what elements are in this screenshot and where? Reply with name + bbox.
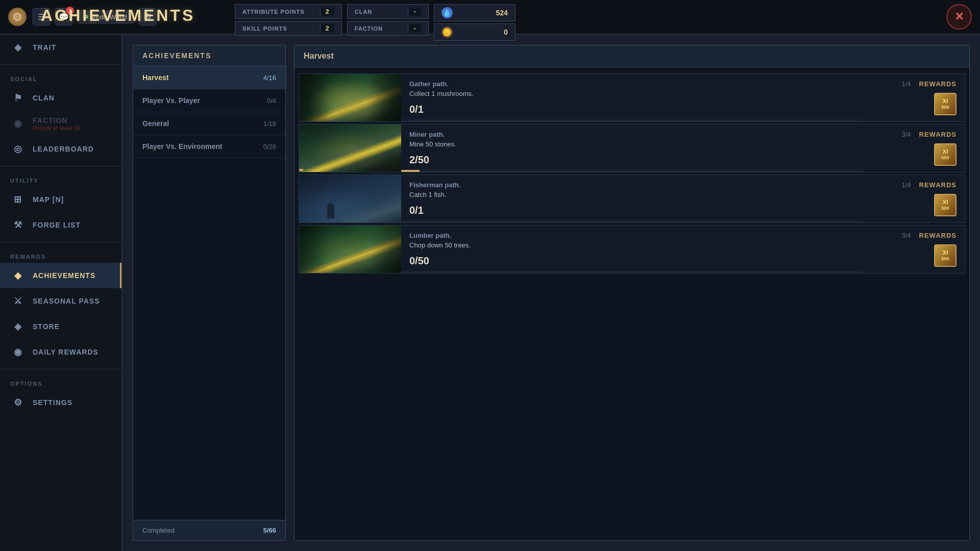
faction-icon: ◉ xyxy=(10,116,26,131)
harvest-count: 4/16 xyxy=(263,74,276,82)
fisherman-progress-bar xyxy=(401,220,863,222)
gather-top-right: 1/4 REWARDS xyxy=(871,80,957,88)
sidebar-item-clan[interactable]: ⚑ CLAN xyxy=(0,85,121,111)
general-label: General xyxy=(142,119,169,128)
sidebar-item-forge-list[interactable]: ⚒ FORGE LIST xyxy=(0,212,121,238)
detail-list: Gather path. Collect 1 mushrooms. 0/1 1/… xyxy=(295,67,969,540)
sidebar-divider-1 xyxy=(0,64,121,65)
skill-points-label: SKILL POINTS xyxy=(242,26,287,32)
miner-reward-value: 500 xyxy=(941,155,949,161)
fisherman-path-label: Fisherman path. xyxy=(409,181,854,189)
card-fisherman: Fisherman path. Catch 1 fish. 0/1 1/4 RE… xyxy=(299,174,965,223)
lumber-reward-value: 500 xyxy=(941,256,949,262)
card-image-miner xyxy=(299,124,401,172)
miner-progress-fill xyxy=(401,170,420,172)
sidebar-item-label-clan: CLAN xyxy=(33,94,55,102)
lumber-path-label: Lumber path. xyxy=(409,232,854,239)
card-right-gather: 1/4 REWARDS XI 500 xyxy=(863,74,965,121)
trait-icon: ◈ xyxy=(10,40,26,55)
main-content: ACHIEVEMENTS Harvest 4/16 Player Vs. Pla… xyxy=(122,35,980,551)
achievement-item-pvp[interactable]: Player Vs. Player 0/4 xyxy=(133,89,285,112)
settings-gear-icon: ⚙ xyxy=(10,395,26,410)
achievements-panel-header: ACHIEVEMENTS xyxy=(133,45,285,66)
sidebar-item-map[interactable]: ⊞ MAP [N] xyxy=(0,187,121,212)
lumber-reward-icon: XI 500 xyxy=(934,244,957,267)
lumber-count: 0/50 xyxy=(409,255,854,267)
achievements-list-panel: ACHIEVEMENTS Harvest 4/16 Player Vs. Pla… xyxy=(133,45,286,541)
detail-panel: Harvest Gather path. Collect 1 mushrooms… xyxy=(294,45,970,541)
fisherman-fraction: 1/4 xyxy=(901,181,911,189)
sidebar-item-label-store: STORE xyxy=(33,322,60,331)
general-count: 1/18 xyxy=(263,120,276,128)
card-right-miner: 3/4 REWARDS XI 500 xyxy=(863,124,965,172)
fisherman-rewards-btn[interactable]: REWARDS xyxy=(919,181,957,189)
attribute-points-label: ATTRIBUTE POINTS xyxy=(242,9,305,15)
faction-text-group: FACTION Unlock at level 10 xyxy=(33,116,80,131)
miner-reward-icon: XI 500 xyxy=(934,143,957,166)
clan-box[interactable]: CLAN - xyxy=(347,4,429,19)
achievement-item-harvest[interactable]: Harvest 4/16 xyxy=(133,66,285,89)
gather-count: 0/1 xyxy=(409,104,854,115)
leaderboard-icon: ◎ xyxy=(10,141,26,157)
social-section-label: SOCIAL xyxy=(0,69,121,85)
gather-rewards-btn[interactable]: REWARDS xyxy=(919,80,957,88)
miner-rewards-btn[interactable]: REWARDS xyxy=(919,131,957,138)
lumber-top-right: 3/4 REWARDS xyxy=(871,232,957,239)
card-image-gather xyxy=(299,74,401,121)
miner-top-right: 3/4 REWARDS xyxy=(871,131,957,138)
sidebar-item-seasonal-pass[interactable]: ⚔ SEASONAL PASS xyxy=(0,288,121,314)
map-icon: ⊞ xyxy=(10,192,26,207)
fisherman-top-right: 1/4 REWARDS xyxy=(871,181,957,189)
faction-unlock-text: Unlock at level 10 xyxy=(33,126,80,131)
lumber-progress-bar xyxy=(401,271,863,273)
sidebar-item-settings[interactable]: ⚙ SETTINGS xyxy=(0,390,121,415)
sidebar-item-label-forge: FORGE LIST xyxy=(33,221,81,229)
lumber-fraction: 3/4 xyxy=(901,232,911,239)
close-button[interactable]: ✕ xyxy=(946,4,972,30)
sidebar-item-faction[interactable]: ◉ FACTION Unlock at level 10 xyxy=(0,111,121,136)
sidebar-item-trait[interactable]: ◈ TRAIT xyxy=(0,35,121,60)
store-icon: ◈ xyxy=(10,319,26,334)
sidebar-divider-2 xyxy=(0,166,121,166)
points-group: ATTRIBUTE POINTS 2 SKILL POINTS 2 xyxy=(235,4,342,41)
sidebar-item-achievements[interactable]: ◆ ACHIEVEMENTS xyxy=(0,263,121,288)
top-stats: ATTRIBUTE POINTS 2 SKILL POINTS 2 CLAN -… xyxy=(235,4,516,41)
achievement-item-general[interactable]: General 1/18 xyxy=(133,112,285,135)
faction-value: - xyxy=(408,24,421,33)
card-info-fisherman: Fisherman path. Catch 1 fish. 0/1 xyxy=(401,175,863,222)
achievement-list: Harvest 4/16 Player Vs. Player 0/4 Gener… xyxy=(133,66,285,520)
achievements-icon: ◆ xyxy=(10,268,26,283)
gather-reward-icon: XI 500 xyxy=(934,93,957,115)
lumber-rewards-btn[interactable]: REWARDS xyxy=(919,232,957,239)
currency1-box: 💧 524 xyxy=(434,4,516,21)
seasonal-pass-icon: ⚔ xyxy=(10,293,26,309)
currency-group: 💧 524 🪙 0 xyxy=(434,4,516,41)
achievement-item-pve[interactable]: Player Vs. Environment 0/28 xyxy=(133,135,285,158)
currency2-box: 🪙 0 xyxy=(434,23,516,41)
card-miner: Miner path. Mine 50 stones. 2/50 3/4 REW… xyxy=(299,124,965,172)
fisherman-reward-icon: XI 500 xyxy=(934,194,957,216)
sidebar-item-store[interactable]: ◈ STORE xyxy=(0,314,121,339)
miner-count: 2/50 xyxy=(409,154,854,166)
fisherman-step-label: Catch 1 fish. xyxy=(409,191,854,198)
clan-value: - xyxy=(408,7,421,16)
detail-header: Harvest xyxy=(295,45,969,67)
attribute-points-box: ATTRIBUTE POINTS 2 xyxy=(235,4,342,19)
card-image-fisherman xyxy=(299,175,401,222)
miner-path-label: Miner path. xyxy=(409,131,854,138)
sidebar-item-leaderboard[interactable]: ◎ LEADERBOARD xyxy=(0,136,121,162)
faction-box[interactable]: FACTION - xyxy=(347,21,429,36)
gather-reward-value: 500 xyxy=(941,105,949,111)
gather-path-label: Gather path. xyxy=(409,80,854,88)
miner-fraction: 3/4 xyxy=(901,131,911,138)
sidebar-item-daily-rewards[interactable]: ◉ DAILY REWARDS xyxy=(0,339,121,365)
options-section-label: OPTIONS xyxy=(0,373,121,390)
sidebar-item-label-faction: FACTION xyxy=(33,116,67,124)
fisherman-count: 0/1 xyxy=(409,205,854,216)
card-right-fisherman: 1/4 REWARDS XI 500 xyxy=(863,175,965,222)
gather-reward-xi: XI xyxy=(943,97,948,105)
sidebar-divider-3 xyxy=(0,242,121,242)
skill-points-box: SKILL POINTS 2 xyxy=(235,21,342,36)
utility-section-label: UTILITY xyxy=(0,170,121,187)
card-gather: Gather path. Collect 1 mushrooms. 0/1 1/… xyxy=(299,73,965,122)
